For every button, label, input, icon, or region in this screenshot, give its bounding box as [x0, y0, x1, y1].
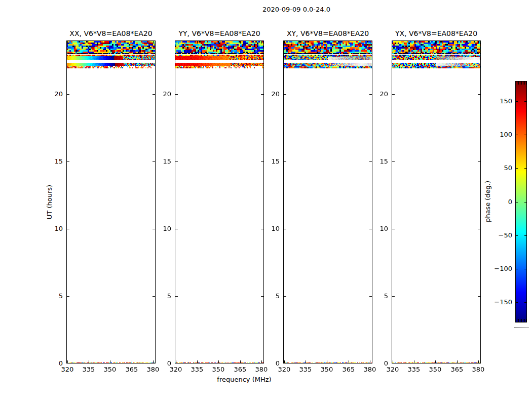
x-tick-label: 365: [231, 366, 249, 374]
x-tick-label: 350: [318, 366, 336, 374]
x-tick-label: 365: [123, 366, 141, 374]
heatmap-canvas-xx: [66, 40, 156, 363]
x-tick-label: 335: [188, 366, 206, 374]
y-tick-label: 5: [369, 292, 388, 300]
y-tick-label: 15: [369, 157, 388, 166]
colorbar-extend-dots: [514, 327, 529, 328]
y-tick-label: 10: [261, 225, 280, 233]
panel-yy: YY, V6*V8=EA08*EA20: [175, 40, 264, 363]
panel-title-xx: XX, V6*V8=EA08*EA20: [69, 29, 152, 37]
y-tick-label: 20: [369, 90, 388, 98]
y-tick-label: 20: [261, 90, 280, 98]
colorbar-tick-label: 100: [491, 131, 512, 139]
heatmap-canvas-yx: [392, 40, 481, 363]
heatmap-canvas-yy: [175, 40, 264, 363]
x-tick-label: 365: [448, 366, 466, 374]
figure-title: 2020-09-09 0.0-24.0: [262, 6, 330, 13]
y-tick-label: 10: [153, 225, 171, 233]
colorbar-tick-label: −150: [491, 298, 512, 306]
y-axis-label: UT (hours): [46, 185, 53, 219]
y-tick-label: 15: [261, 157, 280, 166]
y-tick-label: 5: [153, 292, 171, 300]
y-tick-label: 5: [44, 292, 63, 300]
x-tick-label: 335: [80, 366, 98, 374]
y-tick-label: 15: [44, 157, 63, 166]
panel-title-yx: YX, V6*V8=EA08*EA20: [395, 29, 477, 37]
x-tick-label: 320: [167, 366, 185, 374]
y-tick-label: 10: [369, 225, 388, 233]
y-tick-label: 15: [153, 157, 171, 166]
x-tick-label: 335: [296, 366, 315, 374]
x-axis-label: frequency (MHz): [217, 376, 271, 383]
x-tick-label: 350: [426, 366, 444, 374]
x-tick-label: 320: [58, 366, 77, 374]
colorbar-tick-label: 150: [491, 97, 512, 105]
x-tick-label: 320: [275, 366, 293, 374]
panel-xy: XY, V6*V8=EA08*EA20: [283, 40, 372, 363]
y-tick-label: 20: [44, 90, 63, 98]
y-tick-label: 20: [153, 90, 171, 98]
figure-container: 2020-09-09 0.0-24.0 XX, V6*V8=EA08*EA20 …: [0, 0, 532, 405]
colorbar-tick-label: −50: [491, 231, 512, 239]
colorbar-tick-label: −100: [491, 265, 512, 273]
x-tick-label: 350: [101, 366, 119, 374]
colorbar-label: phase (deg.): [484, 181, 491, 222]
x-tick-label: 335: [405, 366, 423, 374]
y-tick-label: 5: [261, 292, 280, 300]
x-tick-label: 380: [469, 366, 487, 374]
colorbar-tick-label: 0: [491, 198, 512, 206]
colorbar: [515, 81, 527, 322]
panel-title-xy: XY, V6*V8=EA08*EA20: [287, 29, 369, 37]
colorbar-tick-label: 50: [491, 164, 512, 172]
x-tick-label: 365: [339, 366, 358, 374]
y-tick-label: 10: [44, 225, 63, 233]
panel-xx: XX, V6*V8=EA08*EA20: [66, 40, 156, 363]
x-tick-label: 350: [209, 366, 227, 374]
panel-yx: YX, V6*V8=EA08*EA20: [392, 40, 481, 363]
panel-title-yy: YY, V6*V8=EA08*EA20: [178, 29, 260, 37]
x-tick-label: 320: [384, 366, 402, 374]
heatmap-canvas-xy: [283, 40, 372, 363]
